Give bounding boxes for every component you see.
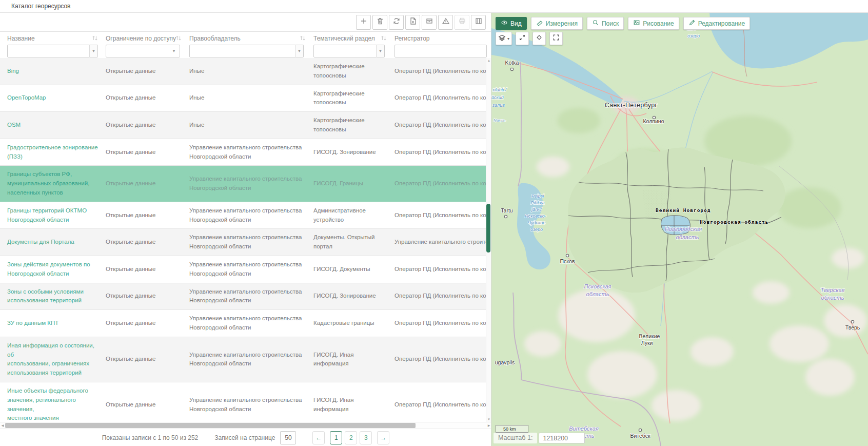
filter-dropdown-button[interactable]: ▼ xyxy=(89,45,98,57)
theme-cell: ГИСОГД. Границы xyxy=(313,179,394,188)
holder-cell: Иные xyxy=(189,121,313,130)
add-button[interactable] xyxy=(356,15,371,30)
next-page-button[interactable]: → xyxy=(377,431,389,444)
georesource-link[interactable]: OSM xyxy=(7,121,106,130)
map-label: область xyxy=(586,291,609,297)
table-row[interactable]: Зоны действия документов по Новгородской… xyxy=(0,256,486,283)
warning-icon xyxy=(442,17,450,27)
table-row[interactable]: Границы субъектов РФ, муниципальных обра… xyxy=(0,166,486,202)
map-label: Витебская xyxy=(569,425,599,432)
table-row[interactable]: BingОткрытые данныеИныеКартографические … xyxy=(0,58,486,85)
table-row[interactable]: OpenTopoMapОткрытые данныеИныеКартографи… xyxy=(0,85,486,112)
vertical-scrollbar[interactable]: ▲ ▼ xyxy=(486,58,491,422)
table-row[interactable]: OSMОткрытые данныеИныеКартографические т… xyxy=(0,112,486,139)
georesource-link[interactable]: Градостроительное зонирование (ПЗЗ) xyxy=(7,143,106,162)
prev-page-button[interactable]: ← xyxy=(312,431,325,444)
filter-input-3[interactable] xyxy=(189,45,303,57)
georesource-link[interactable]: Границы территорий ОКТМО Новгородской об… xyxy=(7,206,106,225)
access-cell: Открытые данные xyxy=(106,355,189,364)
table-row[interactable]: Границы территорий ОКТМО Новгородской об… xyxy=(0,202,486,229)
table-row[interactable]: Градостроительное зонирование (ПЗЗ)Откры… xyxy=(0,139,486,166)
filter-input-4[interactable] xyxy=(313,45,384,57)
atlas-button[interactable] xyxy=(471,15,486,30)
sort-icon[interactable] xyxy=(91,35,98,42)
scroll-up-icon[interactable]: ▲ xyxy=(486,58,491,63)
add-icon xyxy=(360,17,368,27)
access-cell: Открытые данные xyxy=(106,400,189,410)
filter-dropdown-button[interactable]: ▼ xyxy=(376,45,385,57)
registrar-cell: Управление капитального строительст Новг… xyxy=(394,238,486,247)
map-tab-вид[interactable]: Вид xyxy=(496,17,527,30)
export-excel-button[interactable] xyxy=(405,15,420,30)
warning-button[interactable] xyxy=(438,15,453,30)
scale-control: Масштаб 1: xyxy=(494,433,585,443)
registrar-cell: Оператор ПД (Исполнитель по контрак xyxy=(394,121,486,130)
scalebar-label: 50 km xyxy=(503,426,516,432)
archive-button[interactable] xyxy=(422,15,437,30)
scroll-right-icon[interactable]: ▶ xyxy=(486,422,491,429)
map-tab-редактирование[interactable]: Редактирование xyxy=(683,17,750,30)
scroll-down-icon[interactable]: ▼ xyxy=(486,417,491,422)
clear-button[interactable] xyxy=(532,32,546,45)
map-label: Tartu xyxy=(501,207,513,214)
sort-icon[interactable] xyxy=(380,35,387,42)
per-page-input[interactable] xyxy=(280,431,296,444)
theme-cell: Картографические топоосновы xyxy=(313,62,394,81)
map-tab-рисование[interactable]: Рисование xyxy=(628,17,679,30)
theme-cell: ГИСОГД. Зонирование xyxy=(313,292,394,301)
catalog-toolbar xyxy=(0,13,491,32)
access-cell: Открытые данные xyxy=(106,148,189,157)
map-label: Чудское xyxy=(528,220,545,225)
georesource-link[interactable]: Иные объекты федерального значения, реги… xyxy=(7,386,106,422)
print-button[interactable] xyxy=(455,15,469,30)
city-marker xyxy=(504,215,507,218)
table-row[interactable]: Иные объекты федерального значения, реги… xyxy=(0,382,486,422)
map-label: область xyxy=(676,234,699,240)
table-row[interactable]: Документы для ПорталаОткрытые данныеУпра… xyxy=(0,229,486,256)
horizontal-scrollbar-thumb[interactable] xyxy=(5,423,416,428)
page-button-3[interactable]: 3 xyxy=(360,431,372,444)
filter-input-2[interactable] xyxy=(106,45,180,57)
scale-input[interactable] xyxy=(539,433,585,443)
georesource-link[interactable]: Bing xyxy=(7,67,106,76)
map-label: Псковская xyxy=(584,283,611,289)
layers-button[interactable]: ▾ xyxy=(496,32,512,45)
app: Каталог георесурсов НазваниеОграничение … xyxy=(0,0,868,446)
georesource-link[interactable]: OpenTopoMap xyxy=(7,93,106,103)
georesource-link[interactable]: Документы для Портала xyxy=(7,238,106,247)
map-label: Kotka xyxy=(505,60,519,66)
sort-icon[interactable] xyxy=(175,35,182,42)
georesource-link[interactable]: Зоны действия документов по Новгородской… xyxy=(7,260,106,279)
sort-icon[interactable] xyxy=(299,35,306,42)
map-label: Новгородская xyxy=(665,226,702,232)
fullscreen-button[interactable] xyxy=(549,32,563,45)
georesource-link[interactable]: Границы субъектов РФ, муниципальных обра… xyxy=(7,170,106,197)
table-row[interactable]: Зоны с особыми условиями использования т… xyxy=(0,283,486,311)
delete-button[interactable] xyxy=(372,15,387,30)
map-canvas[interactable]: KotkaскоеозероСанкт-ПетербургКолпиноnlah… xyxy=(491,13,868,446)
scroll-left-icon[interactable]: ◀ xyxy=(0,422,5,429)
registrar-cell: Оператор ПД (Исполнитель по контрак xyxy=(394,148,486,157)
table-row[interactable]: Иная информация о состоянии, об использо… xyxy=(0,337,486,382)
page-button-1[interactable]: 1 xyxy=(330,431,342,444)
georesource-link[interactable]: Зоны с особыми условиями использования т… xyxy=(7,287,106,306)
access-cell: Открытые данные xyxy=(106,93,189,103)
page-button-2[interactable]: 2 xyxy=(345,431,357,444)
map-label: озеро xyxy=(530,227,543,232)
table-row[interactable]: ЗУ по данным КПТОткрытые данныеУправлени… xyxy=(0,310,486,337)
vertical-scrollbar-thumb[interactable] xyxy=(486,204,490,253)
map-tab-поиск[interactable]: Поиск xyxy=(587,17,624,30)
filter-input-1[interactable] xyxy=(7,45,97,57)
refresh-button[interactable] xyxy=(389,15,404,30)
map-tab-измерения[interactable]: Измерения xyxy=(531,17,583,30)
horizontal-scrollbar[interactable]: ◀ ▶ xyxy=(0,422,491,429)
zoom-extent-button[interactable] xyxy=(516,32,529,45)
access-cell: Открытые данные xyxy=(106,319,189,328)
per-page-label: Записей на странице xyxy=(214,434,275,441)
georesource-link[interactable]: ЗУ по данным КПТ xyxy=(7,319,106,328)
city-marker xyxy=(851,320,854,323)
filter-input-5[interactable] xyxy=(394,45,487,57)
georesource-link[interactable]: Иная информация о состоянии, об использо… xyxy=(7,341,106,378)
pencil-icon xyxy=(688,19,696,28)
filter-dropdown-button[interactable]: ▼ xyxy=(295,45,304,57)
